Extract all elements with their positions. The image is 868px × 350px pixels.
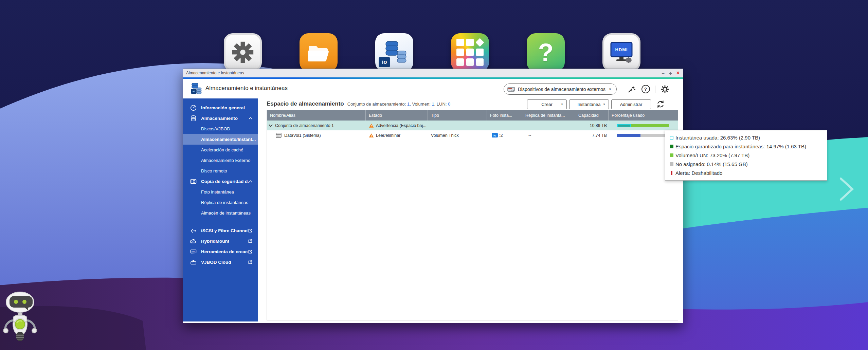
sidebar-group-copia-seguridad[interactable]: Copia de seguridad d... <box>183 176 258 187</box>
magic-wand-icon <box>628 85 636 93</box>
svg-text:SSD: SSD <box>192 251 195 253</box>
cloud-icon <box>190 238 197 245</box>
chevron-down-icon: ▼ <box>603 103 605 106</box>
gear-icon <box>661 85 669 94</box>
page-title: Espacio de almacenamiento <box>267 100 344 107</box>
sidebar-item-vjbod-cloud[interactable]: VJBOD Cloud <box>183 257 258 268</box>
iscsi-icon <box>190 227 197 234</box>
volume-status: Leer/eliminar <box>376 133 400 138</box>
io-snapshot-badge: io <box>379 57 390 67</box>
control-panel-icon[interactable] <box>224 33 262 71</box>
column-replica-instantanea[interactable]: Réplica de instantá... <box>522 110 575 121</box>
sidebar-item-replica-instantaneas[interactable]: Réplica de instantáneas <box>183 197 258 208</box>
app-grid-icon <box>456 39 484 66</box>
question-mark-icon: ? <box>538 38 553 67</box>
volume-lun-swatch <box>670 153 673 157</box>
sidebar-item-almacenamiento-instantaneas[interactable]: Almacenamiento/Instant... <box>183 134 258 145</box>
sidebar-item-foto-instantanea[interactable]: Foto instantánea <box>183 187 258 197</box>
storage-snapshots-icon[interactable]: io <box>375 33 413 71</box>
monitor-icon: HDMI <box>608 40 635 64</box>
refresh-button[interactable] <box>656 99 665 109</box>
database-icon <box>190 115 197 122</box>
main-content: Espacio de almacenamiento Conjunto de al… <box>258 98 683 321</box>
gauge-icon <box>190 105 197 111</box>
column-estado[interactable]: Estado <box>366 110 428 121</box>
sidebar-divider <box>188 222 252 222</box>
replica-value: -- <box>528 133 531 138</box>
external-drive-icon <box>507 87 515 92</box>
legend-item-guaranteed-space: Espacio garantizado para instantáneas: 1… <box>670 142 823 151</box>
column-nombre-alias[interactable]: Nombre/Alias <box>267 110 366 121</box>
window-titlebar[interactable]: Almacenamiento e instantáneas – + × <box>183 69 683 77</box>
settings-button[interactable] <box>661 85 669 94</box>
column-tipo[interactable]: Tipo <box>428 110 487 121</box>
manage-button[interactable]: Administrar <box>611 99 651 109</box>
external-link-icon <box>248 260 252 264</box>
chevron-down-icon[interactable] <box>269 124 273 127</box>
chevron-up-icon <box>249 180 252 183</box>
sidebar-nav: Información general Almacenamiento Disco… <box>183 98 258 321</box>
sidebar-item-aceleracion-cache[interactable]: Aceleración de caché <box>183 145 258 155</box>
maximize-button[interactable]: + <box>669 71 672 76</box>
table-row-datavol1[interactable]: DataVol1 (Sistema) Leer/eliminar Volumen… <box>267 130 678 140</box>
volume-name: DataVol1 (Sistema) <box>284 133 321 138</box>
table-header: Nombre/Alias Estado Tipo Foto insta... R… <box>267 110 678 121</box>
external-link-icon <box>248 239 252 243</box>
app-center-icon[interactable] <box>451 33 489 71</box>
unallocated-swatch <box>670 162 673 166</box>
volume-icon <box>276 133 282 138</box>
snapshot-used-swatch <box>670 136 673 140</box>
next-page-chevron-icon[interactable] <box>838 176 856 202</box>
volume-capacity: 7.74 TB <box>592 133 607 138</box>
warning-icon <box>369 133 374 138</box>
sidebar-item-hybridmount[interactable]: HybridMount <box>183 236 258 246</box>
device-selector-label: Dispositivos de almacenamiento externos <box>518 87 605 92</box>
sidebar-item-iscsi-fibre-channel[interactable]: iSCSI y Fibre Channel <box>183 225 258 236</box>
chevron-down-icon: ▼ <box>561 103 563 106</box>
legend-item-snapshot-used: Instantánea usada: 26.63% (2.90 TB) <box>670 133 823 142</box>
volume-usage-bar[interactable] <box>617 134 669 137</box>
hdmi-display-icon[interactable]: HDMI <box>602 33 640 71</box>
help-button[interactable]: ? <box>641 85 650 94</box>
legend-item-volume-lun: Volumen/LUN: 73.20% (7.97 TB) <box>670 151 823 160</box>
device-selector-dropdown[interactable]: Dispositivos de almacenamiento externos … <box>504 84 617 95</box>
sidebar-item-informacion-general[interactable]: Información general <box>183 103 258 113</box>
header-separator <box>655 86 655 93</box>
ssd-icon: SSD <box>190 248 197 255</box>
sidebar-item-almacenamiento-externo[interactable]: Almacenamiento Externo <box>183 155 258 166</box>
create-button[interactable]: Crear ▼ <box>527 99 567 109</box>
column-porcentaje-usado[interactable]: Porcentaje usado <box>609 110 678 121</box>
header-separator <box>622 86 622 93</box>
volume-type: Volumen Thick <box>431 133 459 138</box>
pool-name: Conjunto de almacenamiento 1 <box>275 123 334 128</box>
storage-table-panel: Nombre/Alias Estado Tipo Foto insta... R… <box>267 110 678 320</box>
app-logo-icon: io <box>189 82 202 95</box>
alert-swatch <box>671 171 672 175</box>
snapshot-io-badge: io <box>492 133 498 137</box>
pool-status: Advertencia (Espacio baj... <box>376 123 427 128</box>
close-button[interactable]: × <box>676 70 680 76</box>
column-foto-instantanea[interactable]: Foto insta... <box>487 110 522 121</box>
help-desktop-icon[interactable]: ? <box>527 33 565 71</box>
usage-legend-tooltip: Instantánea usada: 26.63% (2.90 TB) Espa… <box>665 130 827 181</box>
pool-usage-bar[interactable] <box>617 124 669 127</box>
file-station-icon[interactable] <box>300 33 338 71</box>
sidebar-group-almacenamiento[interactable]: Almacenamiento <box>183 113 258 124</box>
snapshot-button[interactable]: Instantánea ▼ <box>569 99 609 109</box>
snapshot-count: :2 <box>499 133 503 138</box>
sidebar-item-almacen-instantaneas[interactable]: Almacén de instantáneas <box>183 208 258 218</box>
external-link-icon <box>248 228 252 233</box>
sidebar-item-discos-vjbod[interactable]: Discos/VJBOD <box>183 124 258 134</box>
legend-item-unallocated: No asignado: 0.14% (15.65 GB) <box>670 160 823 168</box>
pool-capacity: 10.89 TB <box>590 123 607 128</box>
qbot-mascot[interactable] <box>2 289 40 344</box>
hdmi-label: HDMI <box>615 47 628 52</box>
sidebar-item-disco-remoto[interactable]: Disco remoto <box>183 166 258 176</box>
sidebar-item-herramienta-creacion[interactable]: SSD Herramienta de creac... <box>183 246 258 257</box>
help-icon: ? <box>641 85 650 93</box>
chevron-up-icon <box>249 117 252 119</box>
table-row-storage-pool[interactable]: Conjunto de almacenamiento 1 Advertencia… <box>267 121 678 130</box>
column-capacidad[interactable]: Capacidad <box>575 110 609 121</box>
minimize-button[interactable]: – <box>662 71 665 76</box>
advisor-wand-button[interactable] <box>627 85 636 94</box>
